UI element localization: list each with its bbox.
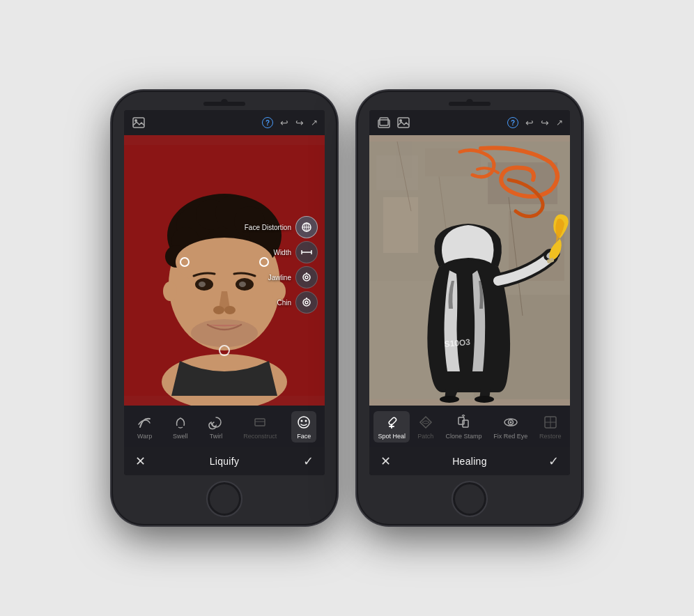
svg-rect-65	[388, 417, 397, 426]
face-label: Face	[297, 433, 311, 440]
patch-tool: Patch	[413, 411, 438, 442]
twirl-label: Twirl	[210, 433, 223, 440]
face-tool[interactable]: Face	[291, 411, 316, 442]
patch-icon	[417, 414, 434, 431]
redo-icon[interactable]: ↪	[295, 117, 304, 128]
svg-point-16	[199, 282, 206, 287]
svg-point-35	[305, 301, 308, 304]
warp-label: Warp	[137, 433, 152, 440]
healing-screen: ? ↩ ↪ ↗	[369, 110, 570, 475]
spot-heal-icon	[383, 414, 400, 431]
swell-label: Swell	[173, 433, 188, 440]
chin-label: Chin	[277, 299, 291, 307]
healing-canvas[interactable]: S10O3	[369, 135, 570, 406]
twirl-icon	[208, 414, 224, 431]
graffiti-background: S10O3	[369, 135, 570, 406]
warp-tool[interactable]: Warp	[132, 411, 157, 442]
redo-icon-right[interactable]: ↪	[541, 117, 549, 128]
width-label: Width	[273, 249, 291, 256]
restore-tool: Restore	[535, 411, 566, 442]
fix-red-eye-label: Fix Red Eye	[493, 433, 527, 440]
expand-icon-right[interactable]: ↗	[556, 118, 563, 128]
spot-heal-label: Spot Heal	[378, 433, 406, 440]
help-icon-right[interactable]: ?	[507, 117, 518, 128]
liquify-title: Liquify	[210, 456, 240, 467]
width-item[interactable]: Width	[273, 241, 318, 263]
healing-toolbar: ? ↩ ↪ ↗	[369, 110, 570, 135]
svg-point-34	[303, 299, 310, 306]
restore-label: Restore	[539, 433, 562, 440]
layers-icon[interactable]	[376, 115, 392, 130]
svg-rect-0	[133, 118, 144, 128]
svg-rect-69	[463, 420, 468, 427]
fix-red-eye-icon	[502, 414, 519, 431]
reconstruct-label: Reconstruct	[243, 433, 277, 440]
warp-icon	[137, 414, 153, 431]
phone-speaker-left	[203, 102, 245, 106]
spot-heal-tool[interactable]: Spot Heal	[373, 411, 410, 442]
jawline-item[interactable]: Jawline	[268, 266, 318, 288]
svg-rect-48	[376, 155, 418, 190]
help-icon[interactable]: ?	[262, 117, 273, 128]
twirl-tool[interactable]: Twirl	[203, 411, 229, 442]
svg-point-63	[475, 396, 494, 403]
restore-icon	[542, 414, 559, 431]
main-scene: ? ↩ ↪ ↗	[99, 78, 595, 538]
portrait-background: Face Distortion Widt	[124, 135, 325, 406]
face-distortion-btn[interactable]	[295, 216, 318, 238]
liquify-cancel-button[interactable]: ✕	[135, 454, 146, 469]
svg-point-62	[440, 396, 459, 403]
face-icon	[295, 414, 312, 431]
liquify-action-bar: ✕ Liquify ✓	[124, 447, 325, 475]
healing-action-bar: ✕ Healing ✓	[369, 447, 570, 475]
svg-point-32	[305, 276, 308, 279]
face-distortion-label: Face Distortion	[245, 224, 291, 231]
chin-btn[interactable]	[295, 291, 318, 314]
svg-point-40	[301, 419, 303, 422]
jawline-btn[interactable]	[295, 266, 318, 288]
healing-cancel-button[interactable]: ✕	[380, 454, 391, 469]
reconstruct-icon	[252, 414, 268, 431]
image-icon[interactable]	[131, 115, 146, 130]
svg-point-39	[298, 417, 309, 428]
undo-icon[interactable]: ↩	[280, 117, 288, 128]
clone-stamp-icon	[455, 414, 472, 431]
toolbar-right-liquify: ? ↩ ↪ ↗	[262, 117, 318, 128]
svg-rect-37	[255, 419, 265, 426]
liquify-confirm-button[interactable]: ✓	[303, 454, 314, 469]
liquify-canvas[interactable]: Face Distortion Widt	[124, 135, 325, 406]
image-icon-right[interactable]	[396, 115, 411, 130]
svg-point-73	[509, 421, 511, 423]
svg-point-41	[305, 419, 307, 422]
expand-icon[interactable]: ↗	[311, 118, 318, 128]
svg-point-19	[224, 306, 236, 314]
svg-point-31	[303, 274, 310, 281]
healing-confirm-button[interactable]: ✓	[548, 454, 559, 469]
width-btn[interactable]	[295, 241, 318, 263]
clone-stamp-tool[interactable]: Clone Stamp	[441, 411, 486, 442]
svg-rect-51	[383, 197, 418, 253]
clone-stamp-label: Clone Stamp	[445, 433, 481, 440]
liquify-phone: ? ↩ ↪ ↗	[113, 92, 336, 524]
svg-rect-49	[425, 148, 481, 176]
undo-icon-right[interactable]: ↩	[525, 117, 534, 128]
left-width-dot[interactable]	[180, 257, 190, 267]
healing-phone: ? ↩ ↪ ↗	[358, 92, 581, 524]
home-button-left[interactable]	[206, 481, 242, 517]
home-button-right[interactable]	[452, 481, 488, 517]
phone-speaker-right	[449, 102, 491, 106]
svg-rect-44	[398, 118, 409, 128]
healing-tools: Spot Heal Patch	[369, 406, 570, 447]
liquify-toolbar: ? ↩ ↪ ↗	[124, 110, 325, 135]
jawline-label: Jawline	[268, 274, 291, 282]
swell-icon	[172, 414, 189, 431]
fix-red-eye-tool[interactable]: Fix Red Eye	[489, 411, 532, 442]
svg-rect-43	[380, 118, 388, 125]
healing-title: Healing	[452, 456, 487, 467]
toolbar-left-liquify	[131, 115, 146, 130]
liquify-tools: Warp Swell	[124, 406, 325, 447]
chin-item[interactable]: Chin	[277, 291, 318, 314]
face-distortion-item[interactable]: Face Distortion	[245, 216, 318, 238]
toolbar-left-healing	[376, 115, 411, 130]
swell-tool[interactable]: Swell	[168, 411, 193, 442]
